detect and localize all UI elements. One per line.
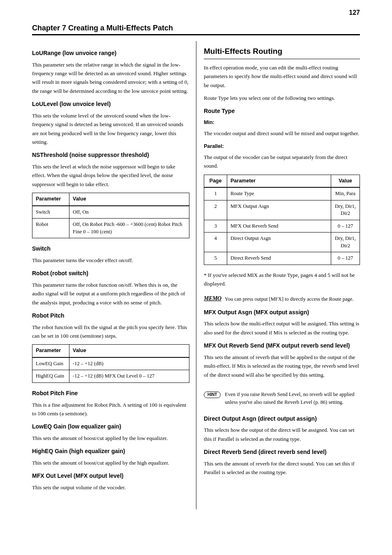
heading-high-eq-gain: HighEQ Gain (high equalizer gain) [32, 447, 189, 456]
heading-mfx-out-reverb: MFX Out Reverb Send (MFX output reverb s… [204, 341, 360, 350]
table-cell: -12 – +12 (dB) [69, 357, 189, 370]
heading-low-eq-gain: LowEQ Gain (low equalizer gain) [32, 422, 189, 431]
table-cell: 2 [204, 200, 227, 220]
table-eq: Parameter Value LowEQ Gain -12 – +12 (dB… [32, 344, 189, 383]
table-header: Value [69, 193, 189, 206]
section-rule [204, 59, 360, 59]
table-cell: 3 [204, 220, 227, 233]
memo-icon: MEMO [204, 295, 221, 302]
table-cell: 1 [204, 187, 227, 200]
heading-robot: Robot (robot switch) [32, 269, 189, 278]
para-switch: This parameter turns the vocoder effect … [32, 256, 189, 265]
table-header: Value [69, 345, 189, 357]
para-ns-threshold: This sets the level at which the noise s… [32, 162, 189, 189]
heading-robot-pitch-fine: Robot Pitch Fine [32, 389, 189, 398]
heading-direct-out-asgn: Direct Output Asgn (direct output assign… [204, 414, 360, 424]
table-cell: 4 [204, 233, 227, 252]
para-routing-2: Route Type lets you select one of the fo… [204, 94, 360, 102]
running-head: Chapter 7 Creating a Multi-Effects Patch [32, 24, 360, 32]
heading-switch: Switch [32, 244, 189, 253]
table-cell: Off, On [69, 206, 189, 219]
table-row: 4 Direct Output Asgn Dry, Dir1, Dir2 [204, 233, 360, 252]
table-cell: Min, Para [331, 187, 360, 200]
para-direct-reverb: This sets the amount of reverb for the d… [204, 459, 360, 477]
table-cell: Direct Output Asgn [227, 233, 331, 252]
table-header: Value [331, 175, 360, 187]
table-cell: Direct Reverb Send [227, 252, 331, 265]
heading-route-type: Route Type [204, 106, 360, 116]
table-cell: 0 – 127 [331, 252, 360, 265]
hint-badge: HINT [204, 391, 221, 398]
table-cell: -12 – +12 (dB) MFX Out Level 0 – 127 [69, 370, 189, 383]
para-mfx-out-reverb: This sets the amount of reverb that will… [204, 353, 360, 379]
left-column: LoURange (low unvoice range) This parame… [32, 41, 196, 509]
subhead-parallel: Parallel: [204, 142, 360, 150]
table-cell: HighEQ Gain [32, 370, 69, 383]
heading-mfx-out-asgn: MFX Output Asgn (MFX output assign) [204, 308, 360, 317]
heading-mfx-out-level: MFX Out Level (MFX output level) [32, 471, 189, 481]
para-routing-1: In effect operation mode, you can edit t… [204, 63, 360, 90]
para-parallel: The output of the vocoder can be output … [204, 153, 360, 170]
table-row: 1 Route Type Min, Para [204, 187, 360, 200]
footnote-routing: * If you've selected MIX as the Route Ty… [204, 271, 360, 288]
hint-text: Even if you raise Reverb Send Level, no … [225, 391, 360, 407]
table-row: HighEQ Gain -12 – +12 (dB) MFX Out Level… [32, 370, 189, 383]
section-heading-routing: Multi-Effects Routing [204, 45, 360, 58]
table-header: Parameter [227, 175, 331, 187]
para-low-eq-gain: This sets the amount of boost/cut applie… [32, 434, 189, 442]
heading-robot-pitch: Robot Pitch [32, 311, 189, 320]
table-cell: 5 [204, 252, 227, 265]
table-cell: Dry, Dir1, Dir2 [331, 200, 360, 220]
memo-block: MEMO You can press output [MFX] to direc… [204, 295, 360, 303]
table-cell: LowEQ Gain [32, 357, 69, 370]
right-column: Multi-Effects Routing In effect operatio… [196, 41, 360, 509]
para-mfx-out-level: This sets the output volume of the vocod… [32, 483, 189, 492]
para-robot-pitch: The robot function will fix the signal a… [32, 323, 189, 341]
table-cell: Dry, Dir1, Dir2 [331, 233, 360, 252]
table-row: 3 MFX Out Reverb Send 0 – 127 [204, 220, 360, 233]
table-cell: Route Type [227, 187, 331, 200]
table-row: Switch Off, On [32, 206, 189, 219]
heading-direct-reverb: Direct Reverb Send (direct reverb send l… [204, 447, 360, 457]
para-lo-u-range: This parameter sets the relative range i… [32, 60, 189, 96]
table-cell: 0 – 127 [331, 220, 360, 233]
heading-lo-u-level: LoULevel (low unvoice level) [32, 99, 189, 109]
para-mfx-out-asgn: This selects how the multi-effect output… [204, 319, 360, 337]
table-cell: MFX Out Reverb Send [227, 220, 331, 233]
table-routing: Page Parameter Value 1 Route Type Min, P… [204, 175, 360, 265]
para-robot-pitch-fine: This is a fine adjustment for Robot Pitc… [32, 401, 189, 418]
table-cell: MFX Output Asgn [227, 200, 331, 220]
page-number: 127 [349, 9, 360, 16]
table-header: Parameter [32, 193, 69, 206]
subhead-min: Min: [204, 118, 360, 127]
table-cell: Robot [32, 219, 69, 238]
table-row: Robot Off, On Robot Pitch -600 – +3600 (… [32, 219, 189, 238]
heading-lo-u-range: LoURange (low unvoice range) [32, 48, 189, 58]
para-high-eq-gain: This sets the amount of boost/cut applie… [32, 458, 189, 467]
table-header: Page [204, 175, 227, 187]
heading-ns-threshold: NSThreshold (noise suppressor threshold) [32, 150, 189, 160]
table-switch-robot: Parameter Value Switch Off, On Robot Off… [32, 193, 189, 238]
table-row: LowEQ Gain -12 – +12 (dB) [32, 357, 189, 370]
table-row: 2 MFX Output Asgn Dry, Dir1, Dir2 [204, 200, 360, 220]
para-min: The vocoder output and direct sound will… [204, 129, 360, 138]
hint-block: HINT Even if you raise Reverb Send Level… [204, 391, 360, 407]
table-cell: Switch [32, 206, 69, 219]
para-robot: This parameter turns the robot function … [32, 281, 189, 307]
header-rule [32, 34, 360, 35]
table-cell: Off, On Robot Pitch -600 – +3600 (cent) … [69, 219, 189, 238]
para-direct-out-asgn: This selects how the output of the direc… [204, 426, 360, 443]
para-lo-u-level: This sets the volume level of the unvoic… [32, 111, 189, 147]
table-header: Parameter [32, 345, 69, 357]
table-row: 5 Direct Reverb Send 0 – 127 [204, 252, 360, 265]
memo-text: You can press output [MFX] to directly a… [225, 295, 354, 303]
